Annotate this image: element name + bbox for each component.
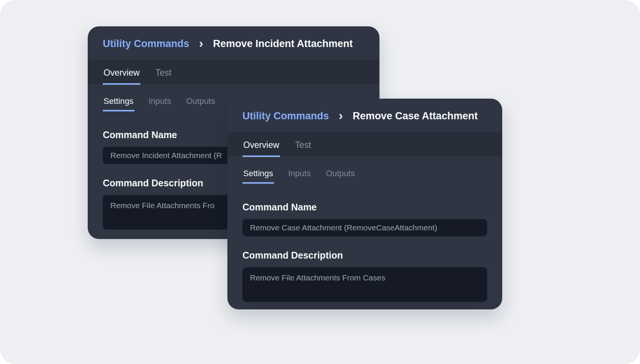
main-tab-bar: Overview Test: [88, 59, 379, 85]
subtab-outputs[interactable]: Outputs: [325, 169, 355, 184]
tab-test[interactable]: Test: [294, 132, 312, 157]
breadcrumb-link-utility-commands[interactable]: Utility Commands: [103, 38, 189, 50]
breadcrumb: Utility Commands › Remove Incident Attac…: [88, 26, 379, 59]
breadcrumb-link-utility-commands[interactable]: Utility Commands: [242, 110, 329, 122]
subtab-settings[interactable]: Settings: [242, 169, 274, 184]
sub-tab-bar: Settings Inputs Outputs: [242, 169, 487, 184]
tab-overview[interactable]: Overview: [103, 59, 140, 85]
tab-overview[interactable]: Overview: [242, 132, 280, 157]
main-tab-bar: Overview Test: [227, 132, 502, 157]
command-panel-remove-case-attachment: Utility Commands › Remove Case Attachmen…: [227, 99, 502, 309]
chevron-right-icon: ›: [339, 110, 343, 120]
breadcrumb-current-page: Remove Incident Attachment: [213, 38, 353, 50]
subtab-settings[interactable]: Settings: [103, 96, 134, 111]
command-name-input[interactable]: Remove Case Attachment (RemoveCaseAttach…: [242, 219, 487, 236]
settings-form: Command Name Remove Case Attachment (Rem…: [227, 184, 502, 302]
breadcrumb-current-page: Remove Case Attachment: [353, 110, 478, 122]
command-name-label: Command Name: [242, 202, 487, 212]
subtab-inputs[interactable]: Inputs: [288, 169, 312, 184]
breadcrumb: Utility Commands › Remove Case Attachmen…: [227, 99, 502, 132]
chevron-right-icon: ›: [199, 38, 203, 48]
tab-test[interactable]: Test: [155, 59, 172, 85]
command-description-label: Command Description: [242, 250, 487, 260]
command-description-input[interactable]: Remove File Attachments From Cases: [242, 267, 487, 302]
subtab-outputs[interactable]: Outputs: [185, 96, 216, 111]
page-background: Utility Commands › Remove Incident Attac…: [0, 0, 640, 364]
subtab-inputs[interactable]: Inputs: [148, 96, 172, 111]
